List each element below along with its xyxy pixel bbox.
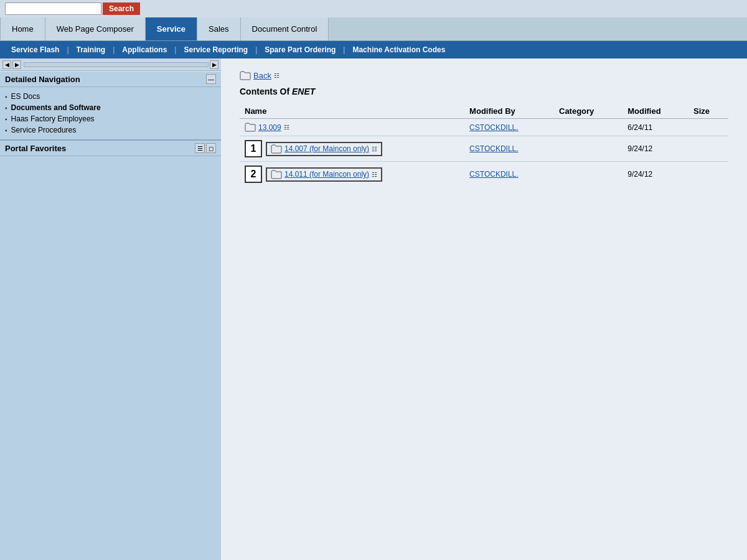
col-size: Size — [688, 104, 728, 119]
modified-date-13009: 6/24/11 — [622, 119, 688, 136]
table-row: 13.009 ☷ CSTOCKDILL. 6/24/11 — [240, 119, 728, 136]
detailed-nav-section: Detailed Navigation ― ES Docs Documents … — [0, 71, 221, 139]
file-menu-icon-14011[interactable]: ☷ — [372, 171, 377, 178]
sub-nav-applications[interactable]: Applications — [116, 45, 173, 54]
main-nav: Home Web Page Composer Service Sales Doc… — [0, 17, 747, 41]
back-menu-icon[interactable]: ☷ — [274, 72, 280, 79]
category-14007 — [554, 136, 622, 162]
detailed-nav-title: Detailed Navigation — [5, 75, 80, 84]
nav-item-haas-factory[interactable]: Haas Factory Employees — [5, 113, 216, 124]
modified-date-14011: 9/24/12 — [622, 162, 688, 187]
nav-item-es-docs[interactable]: ES Docs — [5, 91, 216, 102]
scroll-left-btn[interactable]: ◀ — [2, 60, 11, 69]
tab-service[interactable]: Service — [146, 17, 197, 40]
sub-nav-training[interactable]: Training — [70, 45, 112, 54]
folder-name: ENET — [292, 86, 315, 96]
nav-link-haas-factory[interactable]: Haas Factory Employees — [11, 114, 95, 123]
back-link[interactable]: Back — [253, 71, 271, 80]
main-content: Back ☷ Contents Of ENET Name Modified By… — [221, 58, 747, 560]
folder-cell-14007: 14.007 (for Maincon only) ☷ — [266, 142, 382, 156]
sub-nav: Service Flash | Training | Applications … — [0, 41, 747, 58]
modified-date-14007: 9/24/12 — [622, 136, 688, 162]
sub-nav-sep-5: | — [342, 45, 346, 54]
sub-nav-sep-2: | — [111, 45, 116, 54]
sub-nav-machine-activation-codes[interactable]: Machine Activation Codes — [346, 45, 451, 54]
size-13009 — [688, 119, 728, 136]
file-menu-icon-14007[interactable]: ☷ — [372, 146, 377, 152]
col-category: Category — [554, 104, 622, 119]
folder-icon-14007 — [271, 144, 282, 154]
annotation-line-14007: 1 14.007 (for Maincon only) ☷ — [245, 140, 459, 157]
scroll-right-small-btn[interactable]: ▶ — [12, 60, 21, 69]
modified-by-13009: CSTOCKDILL. — [464, 119, 554, 136]
folder-cell-14011: 14.011 (for Maincon only) ☷ — [266, 167, 382, 182]
user-link-14007[interactable]: CSTOCKDILL. — [469, 144, 518, 153]
detailed-nav-list: ES Docs Documents and Software Haas Fact… — [0, 87, 221, 139]
user-link-13009[interactable]: CSTOCKDILL. — [469, 123, 518, 132]
content-area: ◀ ▶ ▶ Detailed Navigation ― ES Docs Docu… — [0, 58, 747, 560]
sub-nav-sep-1: | — [65, 45, 70, 54]
tab-home[interactable]: Home — [0, 17, 45, 40]
file-link-14011[interactable]: 14.011 (for Maincon only) — [284, 170, 369, 179]
tab-sales[interactable]: Sales — [197, 17, 241, 40]
table-header-row: Name Modified By Category Modified Size — [240, 104, 728, 119]
detailed-nav-minimize-btn[interactable]: ― — [206, 74, 216, 84]
search-button[interactable]: Search — [103, 2, 140, 15]
modified-by-14007: CSTOCKDILL. — [464, 136, 554, 162]
file-menu-icon-13009[interactable]: ☷ — [284, 124, 289, 131]
sidebar-scrollbar: ◀ ▶ ▶ — [0, 58, 221, 71]
sub-nav-spare-part-ordering[interactable]: Spare Part Ordering — [258, 45, 342, 54]
annotation-2: 2 — [245, 166, 262, 183]
portal-favorites-section: Portal Favorites ☰ ◻ — [0, 139, 221, 156]
portal-favorites-minimize-btn[interactable]: ◻ — [206, 143, 216, 153]
sidebar: ◀ ▶ ▶ Detailed Navigation ― ES Docs Docu… — [0, 58, 221, 560]
folder-icon-14011 — [271, 170, 282, 179]
modified-by-14011: CSTOCKDILL. — [464, 162, 554, 187]
nav-link-service-procedures[interactable]: Service Procedures — [11, 126, 77, 134]
nav-item-documents-software[interactable]: Documents and Software — [5, 102, 216, 113]
file-link-14007[interactable]: 14.007 (for Maincon only) — [284, 144, 369, 153]
breadcrumb-row: Back ☷ — [240, 71, 728, 80]
sub-nav-sep-4: | — [254, 45, 258, 54]
file-table: Name Modified By Category Modified Size — [240, 104, 728, 187]
table-row: 1 14.007 (for Maincon only) ☷ CSTOCKDI — [240, 136, 728, 162]
annotation-1: 1 — [245, 140, 262, 157]
portal-favorites-title: Portal Favorites — [5, 144, 66, 153]
nav-link-es-docs[interactable]: ES Docs — [11, 92, 40, 101]
sub-nav-sep-3: | — [173, 45, 177, 54]
folder-icon-back — [240, 71, 251, 80]
file-name-cell-14007: 1 14.007 (for Maincon only) ☷ — [240, 136, 464, 162]
scroll-right-btn[interactable]: ▶ — [210, 60, 218, 69]
size-14011 — [688, 162, 728, 187]
file-name-cell: 13.009 ☷ — [240, 119, 464, 136]
detailed-nav-controls: ― — [206, 74, 216, 84]
annotation-line-14011: 2 14.011 (for Maincon only) ☷ — [245, 166, 459, 183]
contents-title: Contents Of ENET — [240, 86, 728, 96]
nav-item-service-procedures[interactable]: Service Procedures — [5, 124, 216, 136]
file-name-cell-14011: 2 14.011 (for Maincon only) ☷ — [240, 162, 464, 187]
col-modified: Modified — [622, 104, 688, 119]
portal-favorites-controls: ☰ ◻ — [195, 143, 216, 153]
tab-web-page-composer[interactable]: Web Page Composer — [45, 17, 146, 40]
tab-document-control[interactable]: Document Control — [241, 17, 329, 40]
file-link-13009[interactable]: 13.009 — [258, 123, 281, 132]
nav-link-documents-software[interactable]: Documents and Software — [11, 103, 101, 112]
folder-icon-13009 — [245, 123, 256, 132]
table-row: 2 14.011 (for Maincon only) ☷ CSTOCKDI — [240, 162, 728, 187]
category-14011 — [554, 162, 622, 187]
sub-nav-service-flash[interactable]: Service Flash — [5, 45, 65, 54]
col-modified-by: Modified By — [464, 104, 554, 119]
col-name: Name — [240, 104, 464, 119]
detailed-nav-header: Detailed Navigation ― — [0, 71, 221, 87]
sub-nav-service-reporting[interactable]: Service Reporting — [177, 45, 254, 54]
user-link-14011[interactable]: CSTOCKDILL. — [469, 170, 518, 179]
contents-of-label: Contents Of — [240, 86, 289, 96]
scroll-track — [24, 62, 209, 67]
portal-favorites-list-btn[interactable]: ☰ — [195, 143, 205, 153]
top-search-bar: Search — [0, 0, 747, 17]
folder-cell-13009: 13.009 ☷ — [245, 123, 459, 132]
search-input[interactable] — [5, 2, 101, 15]
size-14007 — [688, 136, 728, 162]
category-13009 — [554, 119, 622, 136]
